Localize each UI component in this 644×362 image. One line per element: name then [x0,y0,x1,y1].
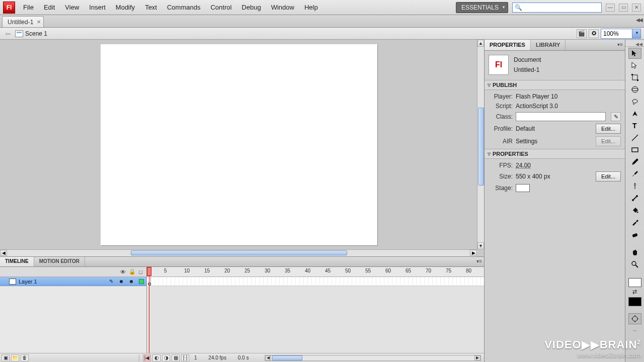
vscroll-thumb[interactable] [478,108,484,186]
class-label: Class: [489,113,513,120]
edit-class-icon[interactable]: ✎ [611,112,621,121]
edit-symbols-button[interactable]: ✪ [589,29,599,38]
document-tab[interactable]: Untitled-1 ✕ [2,16,44,27]
timeline-options-icon[interactable]: ▾≡ [476,258,482,264]
brush-tool[interactable] [628,168,641,179]
zoom-tool[interactable] [628,259,641,270]
eraser-tool[interactable] [628,229,641,240]
tab-properties[interactable]: PROPERTIES [485,40,531,50]
menu-commands[interactable]: Commands [162,1,205,14]
menu-edit[interactable]: Edit [39,1,60,14]
menu-view[interactable]: View [60,1,84,14]
edit-scene-button[interactable]: 🎬 [577,29,587,38]
swap-colors-icon[interactable]: ⇄ [628,288,641,295]
scroll-up-icon[interactable]: ▲ [477,40,484,47]
subselection-tool[interactable] [628,60,641,71]
free-transform-tool[interactable] [628,72,641,83]
timeline-hscroll[interactable]: ◀ ▶ [265,355,481,361]
pencil-tool[interactable] [628,156,641,167]
snap-to-objects-button[interactable] [628,313,641,324]
timeline-ruler[interactable]: 1 5 10 15 20 25 30 35 40 45 50 55 60 65 … [147,267,484,277]
deco-tool[interactable] [628,180,641,192]
collapse-panels-icon[interactable]: ◀◀ [636,17,642,23]
class-input[interactable] [516,112,606,121]
workspace-switcher[interactable]: ESSENTIALS [456,2,508,13]
layer-outline-swatch[interactable] [139,279,144,284]
onion-skin-outlines-button[interactable]: ◑ [162,354,170,361]
search-input[interactable]: 🔍 [512,3,602,13]
paint-bucket-tool[interactable] [628,205,641,216]
lasso-tool[interactable] [628,96,641,107]
text-tool[interactable]: T [628,120,641,131]
hand-tool[interactable] [628,247,641,258]
menu-help[interactable]: Help [299,1,323,14]
menu-debug[interactable]: Debug [236,1,266,14]
bone-tool[interactable] [628,193,641,204]
line-tool[interactable] [628,132,641,143]
outline-column-icon[interactable]: □ [139,269,142,275]
goto-first-frame-button[interactable]: |◀ [143,354,151,361]
menu-text[interactable]: Text [140,1,162,14]
modify-markers-button[interactable]: [·] [181,354,189,361]
menu-modify[interactable]: Modify [111,1,140,14]
document-type: Document [514,56,541,63]
layer-visible-dot[interactable] [120,280,123,283]
scroll-right-icon[interactable]: ▶ [470,250,477,256]
stage-color-swatch[interactable] [516,184,530,192]
playhead-handle[interactable] [147,267,151,276]
stage-vscroll[interactable]: ▲ ▼ [477,40,484,249]
edit-multiple-frames-button[interactable]: ▦ [172,354,180,361]
delete-layer-button[interactable]: 🗑 [21,354,29,361]
size-edit-button[interactable]: Edit... [596,171,621,182]
zoom-combo[interactable]: 100% [601,29,641,39]
minimize-button[interactable]: — [606,4,615,12]
rectangle-tool[interactable] [628,144,641,155]
scene-label[interactable]: Scene 1 [25,30,47,37]
close-icon[interactable]: ✕ [37,19,41,25]
menu-control[interactable]: Control [205,1,236,14]
selection-tool[interactable] [628,48,641,59]
menu-file[interactable]: File [18,1,39,14]
profile-label: Profile: [489,125,513,132]
tab-timeline[interactable]: TIMELINE [0,257,34,266]
publish-section-head[interactable]: ▽PUBLISH [485,80,625,90]
timeline-scroll-left-icon[interactable]: ◀ [265,355,271,360]
playhead-line[interactable] [149,267,149,353]
timeline-scroll-right-icon[interactable]: ▶ [474,355,480,360]
stage-canvas[interactable] [101,44,377,245]
profile-edit-button[interactable]: Edit... [596,124,621,134]
scroll-left-icon[interactable]: ◀ [0,250,7,256]
stage-hscroll[interactable]: ◀ ▶ [0,249,477,256]
pen-tool[interactable] [628,108,641,119]
fps-value[interactable]: 24.00 [516,162,531,169]
visibility-column-icon[interactable]: 👁 [120,269,126,275]
maximize-button[interactable]: ▭ [619,4,628,12]
frames-row[interactable] [147,277,484,286]
menu-window[interactable]: Window [266,1,299,14]
frames-column[interactable]: 1 5 10 15 20 25 30 35 40 45 50 55 60 65 … [147,267,484,353]
nav-back-icon[interactable]: ⬅ [3,30,13,38]
layer-row[interactable]: Layer 1 ✎ [0,277,146,286]
stroke-color-swatch[interactable] [628,278,641,287]
fill-color-swatch[interactable] [628,297,641,306]
new-folder-button[interactable]: 📁 [11,354,19,361]
current-time: 0.0 s [238,355,249,360]
onion-skin-button[interactable]: ◐ [152,354,160,361]
eyedropper-tool[interactable] [628,217,641,228]
panel-options-icon[interactable]: ▾≡ [617,42,623,47]
hscroll-thumb[interactable] [131,250,347,255]
tab-library[interactable]: LIBRARY [531,40,566,50]
layer-lock-dot[interactable] [130,280,133,283]
tab-motion-editor[interactable]: MOTION EDITOR [34,257,85,266]
tools-collapse-icon[interactable]: ◀◀ [625,42,644,47]
close-button[interactable]: ✕ [632,4,641,12]
new-layer-button[interactable]: ▣ [2,354,10,361]
ruler-tick: 55 [365,268,371,274]
lock-column-icon[interactable]: 🔒 [129,268,136,275]
scroll-down-icon[interactable]: ▼ [477,242,484,249]
menu-insert[interactable]: Insert [84,1,111,14]
properties-section-head[interactable]: ▽PROPERTIES [485,149,625,159]
3d-rotation-tool[interactable] [628,84,641,95]
layer-name[interactable]: Layer 1 [19,279,109,285]
timeline-scroll-thumb[interactable] [272,355,302,360]
